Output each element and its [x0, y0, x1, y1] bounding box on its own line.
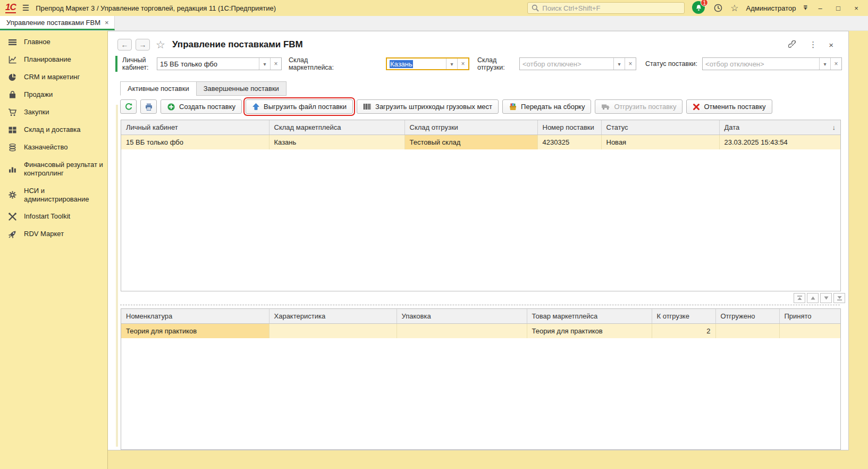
cell-personal-account[interactable]: 15 ВБ только фбо [121, 135, 269, 150]
cell-marketplace-warehouse[interactable]: Казань [269, 135, 404, 150]
send-to-assembly-button[interactable]: Передать на сборку [502, 99, 591, 114]
create-supply-button[interactable]: Создать поставку [161, 99, 242, 114]
bar-chart-icon [8, 165, 17, 174]
service-menu-icon[interactable]: ≡▾ [803, 6, 807, 10]
cell-characteristic[interactable] [269, 324, 397, 339]
tab-active-supplies[interactable]: Активные поставки [120, 81, 197, 96]
favorites-star-icon[interactable]: ☆ [730, 3, 738, 14]
sidebar-item-main[interactable]: Главное [0, 34, 107, 51]
items-header-row: Номенклатура Характеристика Упаковка Тов… [121, 309, 840, 324]
window-minimize-button[interactable]: – [815, 4, 825, 12]
scroll-down-button[interactable] [820, 293, 832, 303]
cell-marketplace-product[interactable]: Теория для практиков [527, 324, 652, 339]
more-menu-icon[interactable]: ⋮ [809, 40, 817, 49]
main-menu-icon[interactable]: ☰ [22, 3, 29, 13]
tab-label: Завершенные поставки [204, 85, 279, 93]
sidebar-item-planning[interactable]: Планирование [0, 51, 107, 69]
col-marketplace-product[interactable]: Товар маркетплейса [527, 309, 652, 324]
col-to-ship[interactable]: К отгрузке [652, 309, 715, 324]
item-row[interactable]: Теория для практиков Теория для практико… [121, 324, 840, 339]
supply-row[interactable]: 15 ВБ только фбо Казань Тестовый склад 4… [121, 135, 840, 150]
col-shipping-warehouse[interactable]: Склад отгрузки [404, 120, 537, 135]
sidebar-item-treasury[interactable]: Казначейство [0, 139, 107, 156]
cell-shipped[interactable] [715, 324, 779, 339]
global-search-input[interactable]: Поиск Ctrl+Shift+F [527, 2, 685, 14]
dropdown-icon[interactable]: ▾ [819, 58, 830, 70]
cell-to-ship[interactable]: 2 [652, 324, 715, 339]
filter-label-supply-status: Статус поставки: [645, 60, 697, 68]
col-personal-account[interactable]: Личный кабинет [121, 120, 269, 135]
sidebar-item-nsi-admin[interactable]: НСИ и администрирование [0, 182, 107, 208]
refresh-button[interactable] [120, 99, 137, 114]
sidebar-item-crm[interactable]: CRM и маркетинг [0, 69, 107, 86]
clear-icon[interactable]: × [830, 58, 841, 70]
marketplace-warehouse-field[interactable]: Казань ▾ × [386, 57, 469, 70]
cell-date[interactable]: 23.03.2025 15:43:54 [719, 135, 840, 150]
col-accepted[interactable]: Принято [779, 309, 840, 324]
get-link-icon[interactable] [788, 40, 797, 49]
panel-splitter[interactable] [116, 105, 118, 447]
dropdown-icon[interactable]: ▾ [259, 58, 270, 70]
cell-status[interactable]: Новая [601, 135, 719, 150]
tables-splitter[interactable] [120, 305, 840, 305]
clear-icon[interactable]: × [457, 58, 468, 69]
filter-label-personal-account: Личный кабинет: [122, 56, 152, 72]
cell-accepted[interactable] [779, 324, 840, 339]
sidebar-item-warehouse[interactable]: Склад и доставка [0, 121, 107, 139]
load-barcodes-button[interactable]: Загрузить штрихкоды грузовых мест [357, 99, 499, 114]
sidebar-item-label: НСИ и администрирование [24, 187, 103, 204]
shipping-warehouse-field[interactable]: <отбор отключен> ▾ × [519, 57, 636, 70]
nav-back-button[interactable]: ← [117, 39, 132, 51]
notifications-button[interactable]: 1 [692, 1, 706, 15]
cancel-supply-button[interactable]: Отменить поставку [686, 99, 772, 114]
ship-supply-button[interactable]: Отгрузить поставку [595, 99, 682, 114]
shopping-cart-icon [8, 108, 17, 117]
col-packaging[interactable]: Упаковка [397, 309, 527, 324]
tab-close-icon[interactable]: × [105, 19, 109, 27]
favorite-star-icon[interactable]: ☆ [156, 38, 165, 51]
scroll-to-top-button[interactable] [794, 293, 805, 303]
marketplace-warehouse-value: Казань [390, 60, 413, 68]
sidebar-item-label: Финансовый результат и контроллинг [24, 161, 103, 178]
dropdown-icon[interactable]: ▾ [446, 58, 457, 69]
window-maximize-button[interactable]: □ [833, 4, 844, 12]
form-close-icon[interactable]: × [829, 40, 833, 49]
col-supply-number[interactable]: Номер поставки [537, 120, 601, 135]
window-tab-fbm[interactable]: Управление поставками FBM × [0, 16, 115, 30]
col-shipped[interactable]: Отгружено [715, 309, 779, 324]
sidebar-item-sales[interactable]: Продажи [0, 86, 107, 104]
cell-nomenclature[interactable]: Теория для практиков [121, 324, 269, 339]
barcode-icon [363, 103, 372, 111]
col-characteristic[interactable]: Характеристика [269, 309, 397, 324]
sidebar-item-infostart-toolkit[interactable]: Infostart Toolkit [0, 208, 107, 225]
col-status[interactable]: Статус [601, 120, 719, 135]
col-marketplace-warehouse[interactable]: Склад маркетплейса [269, 120, 404, 135]
dropdown-icon[interactable]: ▾ [613, 58, 625, 70]
sidebar-item-purchases[interactable]: Закупки [0, 104, 107, 121]
scroll-to-bottom-button[interactable] [833, 293, 845, 303]
history-icon[interactable] [713, 3, 723, 13]
scroll-up-button[interactable] [807, 293, 819, 303]
sidebar-item-label: RDV Маркет [24, 230, 64, 238]
print-button[interactable] [140, 99, 157, 114]
clear-icon[interactable]: × [625, 58, 636, 70]
cancel-supply-label: Отменить поставку [704, 103, 765, 111]
sidebar-item-rdv-market[interactable]: RDV Маркет [0, 225, 107, 243]
cell-shipping-warehouse[interactable]: Тестовый склад [404, 135, 537, 150]
nav-forward-button[interactable]: → [136, 39, 150, 51]
tab-completed-supplies[interactable]: Завершенные поставки [196, 81, 286, 96]
cell-packaging[interactable] [397, 324, 527, 339]
window-close-button[interactable]: × [851, 4, 862, 12]
current-user[interactable]: Администратор [746, 4, 796, 12]
personal-account-field[interactable]: 15 ВБ только фбо ▾ × [157, 57, 282, 70]
col-date[interactable]: ↓Дата [719, 120, 840, 135]
clear-icon[interactable]: × [270, 58, 281, 70]
cell-supply-number[interactable]: 4230325 [537, 135, 601, 150]
filter-group-indicator [115, 56, 117, 72]
sidebar-item-finance[interactable]: Финансовый результат и контроллинг [0, 156, 107, 182]
upload-supply-file-button[interactable]: Выгрузить файл поставки [246, 99, 353, 114]
content-area: ← → ☆ Управление поставками FBM ⋮ × Личн… [108, 31, 868, 469]
grid-nav [108, 291, 848, 304]
col-nomenclature[interactable]: Номенклатура [121, 309, 269, 324]
supply-status-field[interactable]: <отбор отключен> ▾ × [702, 57, 842, 70]
